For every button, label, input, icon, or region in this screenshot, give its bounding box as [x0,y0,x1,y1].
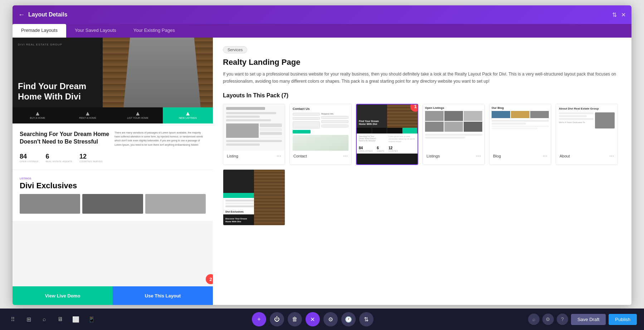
hero-logo: DIVI REAL ESTATE GROUP [18,43,62,46]
settings-button[interactable]: ⚙ [323,312,338,326]
tab-saved-layouts[interactable]: Your Saved Layouts [66,24,125,38]
card-label-listings: Listings [426,154,440,158]
thumb-listing [223,104,285,151]
publish-button[interactable]: Publish [609,314,637,325]
card-label-listing: Listing [227,154,238,158]
modal-title: Layout Details [28,11,67,18]
stat-open-listings: 84 OPEN LISTINGS [20,153,39,162]
help-icon[interactable]: ? [557,314,568,325]
card-menu-listings[interactable]: ··· [476,153,481,159]
layout-card-about[interactable]: About Divi Real Estate Group We're A Tea… [556,104,618,165]
layouts-grid: Listing ··· Contact Us [223,104,621,225]
layout-title: Realty Landing Page [223,58,621,67]
hero-nav: BUY A HOME RENT A HOME LIST YOUR HOME [13,107,213,123]
card-menu-listing[interactable]: ··· [277,153,281,159]
grid-icon[interactable]: ⊞ [23,314,34,325]
layout-card-home[interactable]: Discover Your DreamHome With Divi Divi E… [223,169,285,225]
card-menu-about[interactable]: ··· [609,153,614,159]
listing-title: Divi Exclusives [20,181,206,190]
back-arrow-icon[interactable]: ← [18,11,25,19]
pin-icon[interactable]: ⇅ [612,11,617,18]
tab-bar: Premade Layouts Your Saved Layouts Your … [13,24,631,38]
close-icon[interactable]: ✕ [621,11,626,18]
card-label-contact: Contact [293,154,307,158]
preview-hero: DIVI REAL ESTATE GROUP Find Your Dream H… [13,38,213,123]
tab-premade-layouts[interactable]: Premade Layouts [13,24,66,38]
listing-img-1 [20,194,80,214]
save-draft-button[interactable]: Save Draft [571,314,606,325]
zoom-search-icon[interactable]: ⌕ [528,314,540,325]
card-menu-blog[interactable]: ··· [543,153,547,159]
tablet-icon[interactable]: ⬜ [70,314,82,325]
card-menu-contact[interactable]: ··· [343,153,348,159]
close-center-button[interactable]: ✕ [306,312,320,326]
stat-counties: 12 COUNTIES SERVED [79,153,103,162]
layout-card-listing[interactable]: Listing ··· [223,104,285,165]
thumb-about: About Divi Real Estate Group We're A Tea… [556,104,618,151]
tab-existing-pages[interactable]: Your Existing Pages [125,24,184,38]
layout-card-contact[interactable]: Contact Us Request Info [289,104,352,165]
card-label-blog: Blog [493,154,501,158]
thumb-contact: Contact Us Request Info [290,104,351,151]
thumb-landing: Find Your DreamHome With Divi Searching … [357,105,418,164]
category-badge: Services [223,46,247,53]
modal-header: ← Layout Details ⇅ ✕ [13,5,631,24]
badge-2: 2 [206,274,213,284]
desktop-icon[interactable]: 🖥 [54,314,66,325]
wireframe-icon[interactable]: ⠿ [7,314,19,325]
nav-listings[interactable]: NEW LISTINGS [163,107,213,123]
layout-details-modal: ← Layout Details ⇅ ✕ Premade Layouts You… [13,5,631,305]
columns-button[interactable]: ⇅ [359,312,374,326]
listing-image-grid [20,194,206,214]
preview-image: DIVI REAL ESTATE GROUP Find Your Dream H… [13,38,213,286]
preview-listing-section: LISTINGS Divi Exclusives [13,170,213,221]
listing-img-3 [145,194,206,214]
search-icon[interactable]: ⌕ [39,314,50,325]
layout-card-landing[interactable]: 1 Find Your DreamHome With Divi [356,104,418,165]
stat-agents: 6 REAL ESTATE AGENTS [46,153,73,162]
searching-body: There are many variations of passages of… [114,131,206,149]
preview-stats-section: Searching For Your Dream Home Doesn't Ne… [13,123,213,170]
delete-button[interactable]: 🗑 [288,312,302,326]
card-label-about: About [560,154,570,158]
nav-list[interactable]: LIST YOUR HOME [113,107,163,123]
bottom-toolbar: ⠿ ⊞ ⌕ 🖥 ⬜ 📱 + ⏻ 🗑 ✕ ⚙ 🕐 ⇅ ⌕ ⚙ ? Save Dra… [0,309,644,330]
searching-title: Searching For Your Dream Home Doesn't Ne… [20,131,111,146]
layout-card-listings[interactable]: Open Listings Listings [423,104,485,165]
stats-row: 84 OPEN LISTINGS 6 REAL ESTATE AGENTS 12… [20,153,206,162]
thumb-listings: Open Listings [423,104,484,151]
power-button[interactable]: ⏻ [270,312,284,326]
listing-eyebrow: LISTINGS [20,177,206,180]
layout-card-blog[interactable]: Our Blog Blog ··· [489,104,551,165]
hero-title: Find Your Dream Home With Divi [18,81,89,102]
add-button[interactable]: + [252,312,266,326]
thumb-home: Discover Your DreamHome With Divi Divi E… [223,170,285,225]
use-layout-button[interactable]: Use This Layout [113,286,213,305]
nav-rent[interactable]: RENT A HOME [63,107,113,123]
thumb-blog: Our Blog [489,104,551,151]
layouts-section-heading: Layouts In This Pack (7) [223,92,621,99]
preview-panel: DIVI REAL ESTATE GROUP Find Your Dream H… [13,38,213,305]
modal-body: DIVI REAL ESTATE GROUP Find Your Dream H… [13,38,631,305]
preview-actions: View Live Demo Use This Layout 2 [13,286,213,305]
listing-img-2 [82,194,143,214]
right-panel: Services Realty Landing Page If you want… [213,38,631,305]
history-button[interactable]: 🕐 [341,312,356,326]
view-demo-button[interactable]: View Live Demo [13,286,113,305]
layout-description: If you want to set up a professional bus… [223,71,621,85]
nav-buy[interactable]: BUY A HOME [13,107,63,123]
mobile-icon[interactable]: 📱 [86,314,97,325]
settings2-icon[interactable]: ⚙ [542,314,554,325]
